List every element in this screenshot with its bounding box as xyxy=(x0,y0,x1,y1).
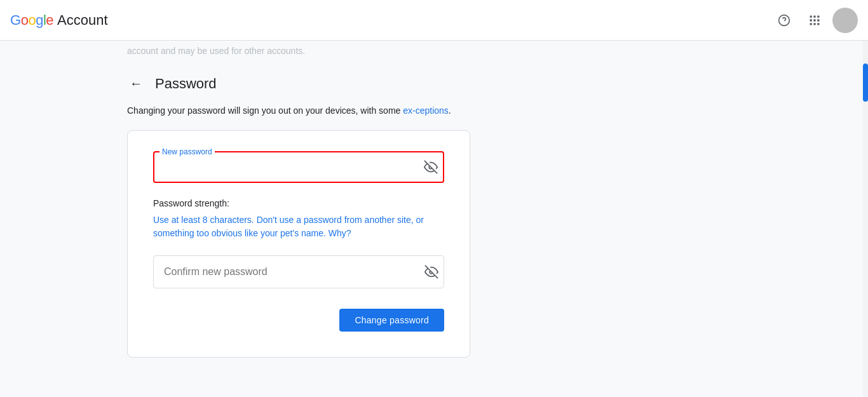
strength-hint: Use at least 8 characters. Don't use a p… xyxy=(153,213,444,240)
button-row: Change password xyxy=(153,309,444,332)
new-password-group: New password xyxy=(153,151,444,183)
logo-o1: o xyxy=(21,12,29,28)
confirm-password-input[interactable] xyxy=(154,256,444,288)
google-account-logo: Google Account xyxy=(10,12,108,29)
password-card: New password Password strength: Use at l… xyxy=(127,130,470,358)
strength-label: Password strength: xyxy=(153,198,444,208)
content-area: account and may be used for other accoun… xyxy=(0,41,868,397)
toggle-confirm-password-button[interactable] xyxy=(424,265,438,279)
confirm-password-group xyxy=(153,255,444,288)
eye-off-icon-confirm xyxy=(424,265,438,279)
description-end: . xyxy=(449,105,451,116)
svg-rect-2 xyxy=(810,15,812,17)
account-text: Account xyxy=(57,12,108,29)
strength-hint-text: Use at least 8 characters. Don't use a p… xyxy=(153,215,424,238)
new-password-wrapper: New password xyxy=(153,151,444,183)
avatar[interactable] xyxy=(832,8,858,33)
logo-g: G xyxy=(10,12,21,28)
header: Google Account xyxy=(0,0,868,41)
password-strength-section: Password strength: Use at least 8 charac… xyxy=(153,198,444,240)
toggle-new-password-button[interactable] xyxy=(424,160,438,174)
svg-rect-5 xyxy=(810,19,812,21)
new-password-input[interactable] xyxy=(154,152,443,182)
svg-rect-10 xyxy=(817,23,819,25)
logo-g2: g xyxy=(36,12,43,28)
logo-o2: o xyxy=(28,12,36,28)
page-header: ← Password xyxy=(127,58,868,104)
svg-rect-4 xyxy=(817,15,819,17)
why-link[interactable]: Why? xyxy=(329,228,351,238)
svg-rect-9 xyxy=(813,23,815,25)
eye-off-icon-new xyxy=(424,160,438,174)
svg-rect-6 xyxy=(813,19,815,21)
description-text: Changing your password will sign you out… xyxy=(127,105,403,116)
scrollbar-track xyxy=(863,0,868,397)
back-arrow-icon: ← xyxy=(130,76,142,91)
apps-icon xyxy=(808,14,821,27)
help-button[interactable] xyxy=(771,8,797,33)
header-actions xyxy=(771,8,858,33)
logo-e: e xyxy=(46,12,53,28)
faded-top-text: account and may be used for other accoun… xyxy=(127,41,868,58)
page-title: Password xyxy=(155,76,217,92)
svg-rect-7 xyxy=(817,19,819,21)
exceptions-link[interactable]: ex-ceptions xyxy=(403,105,449,116)
google-wordmark: Google xyxy=(10,12,53,29)
page-description: Changing your password will sign you out… xyxy=(127,104,470,118)
scrollbar-thumb[interactable] xyxy=(863,64,868,102)
new-password-label: New password xyxy=(159,147,215,156)
svg-rect-3 xyxy=(813,15,815,17)
apps-button[interactable] xyxy=(802,8,827,33)
back-button[interactable]: ← xyxy=(127,74,145,93)
svg-rect-8 xyxy=(810,23,812,25)
help-icon xyxy=(778,14,790,27)
change-password-button[interactable]: Change password xyxy=(339,309,444,332)
